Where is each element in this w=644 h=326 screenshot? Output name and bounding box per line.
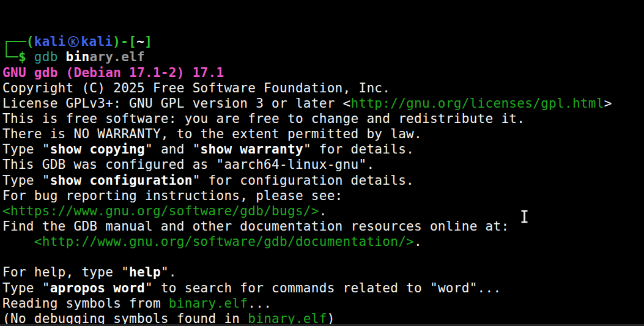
terminal-line: For bug reporting instructions, please s… (2, 188, 644, 204)
text-segment: ┌──( (2, 34, 34, 49)
terminal-line: Type "apropos word" to search for comman… (2, 281, 644, 296)
text-segment: Find the GDB manual and other documentat… (2, 219, 509, 234)
text-segment: Type " (2, 173, 50, 188)
text-segment: Copyright (C) 2025 Free Software Foundat… (2, 81, 390, 95)
text-segment: Type " (2, 142, 50, 157)
text-segment: . (319, 204, 327, 218)
terminal-line: Type "show configuration" for configurat… (2, 173, 644, 188)
text-segment: This GDB was configured as "aarch64-linu… (2, 157, 374, 172)
text-segment: > (604, 96, 612, 111)
terminal[interactable]: ┌──(kaliKkali)-[~]└─$ gdb binary.elfGNU … (0, 0, 644, 326)
text-segment: ... (248, 296, 272, 311)
text-segment: " for configuration details. (193, 173, 414, 188)
text-segment: For help, type " (2, 265, 129, 280)
text-segment: help (129, 265, 161, 280)
terminal-line: <http://www.gnu.org/software/gdb/documen… (2, 234, 644, 250)
text-segment: For bug reporting instructions, please s… (2, 188, 343, 203)
text-segment: bin (66, 50, 90, 64)
text-segment: " and " (145, 142, 201, 157)
terminal-line (2, 250, 644, 265)
text-segment: kali (34, 34, 66, 49)
text-segment (58, 50, 66, 64)
terminal-line: This is free software: you are free to c… (2, 111, 644, 127)
text-segment: . (414, 234, 422, 249)
screen: { "colors": { "background": "#000000", "… (0, 0, 644, 326)
text-segment (2, 234, 34, 249)
text-segment: There is NO WARRANTY, to the extent perm… (2, 127, 422, 141)
text-segment: ~ (136, 34, 144, 49)
text-segment: ary.elf (89, 50, 145, 64)
terminal-line: For help, type "help". (2, 265, 644, 280)
text-segment: show copying (50, 142, 145, 157)
terminal-line: License GPLv3+: GNU GPL version 3 or lat… (2, 96, 644, 111)
terminal-output: ┌──(kaliKkali)-[~]└─$ gdb binary.elfGNU … (2, 34, 644, 326)
terminal-line: └─$ gdb binary.elf (2, 50, 644, 65)
text-segment: binary.elf (169, 296, 248, 311)
text-segment: " to search for commands related to "wor… (145, 281, 501, 295)
text-segment (26, 50, 34, 64)
text-segment: apropos word (50, 281, 145, 295)
terminal-line: Find the GDB manual and other documentat… (2, 219, 644, 234)
terminal-line: This GDB was configured as "aarch64-linu… (2, 157, 644, 172)
terminal-line: There is NO WARRANTY, to the extent perm… (2, 127, 644, 142)
text-segment: )-[ (113, 34, 136, 49)
text-segment: License GPLv3+: GNU GPL version 3 or lat… (2, 96, 351, 111)
text-segment: <https://www.gnu.org/software/gdb/bugs/> (2, 204, 319, 218)
text-segment: ] (144, 34, 152, 49)
text-segment: Reading symbols from (2, 296, 169, 311)
text-segment: show warranty (201, 142, 303, 157)
text-segment: Type " (2, 281, 50, 295)
text-segment: This is free software: you are free to c… (2, 111, 525, 126)
text-segment: ". (161, 265, 177, 280)
terminal-line: GNU gdb (Debian 17.1-2) 17.1 (2, 65, 644, 81)
text-segment: " for details. (303, 142, 414, 157)
text-segment: GNU gdb (Debian 17.1-2) 17.1 (2, 65, 224, 80)
terminal-line: Copyright (C) 2025 Free Software Foundat… (2, 81, 644, 96)
text-segment: show configuration (50, 173, 193, 188)
terminal-line: <https://www.gnu.org/software/gdb/bugs/>… (2, 204, 644, 219)
svg-text:K: K (71, 38, 76, 46)
text-segment: gdb (34, 50, 58, 64)
mouse-ibeam-cursor-icon (520, 209, 528, 224)
terminal-line: Reading symbols from binary.elf... (2, 296, 644, 311)
terminal-line: Type "show copying" and "show warranty" … (2, 142, 644, 157)
text-segment: └─$ (2, 50, 26, 64)
text-segment: <http://www.gnu.org/software/gdb/documen… (34, 234, 414, 249)
text-segment: kali (81, 34, 113, 49)
text-segment: http://gnu.org/licenses/gpl.html (351, 96, 604, 111)
terminal-line: ┌──(kaliKkali)-[~] (2, 34, 644, 50)
